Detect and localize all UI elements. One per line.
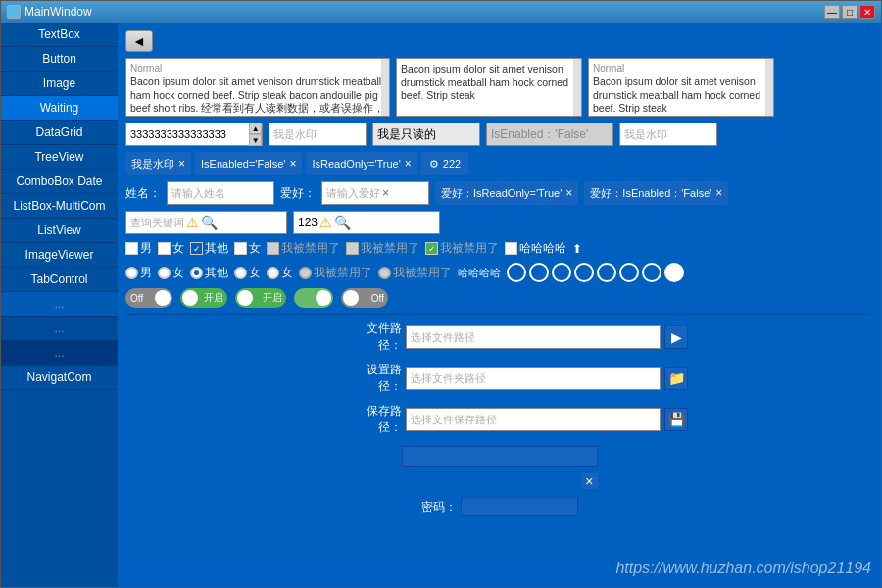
dot-5[interactable]	[597, 263, 616, 282]
toggle1-label: Off	[130, 293, 143, 304]
folder-icon: 📁	[668, 370, 685, 386]
name-placeholder: 请输入姓名	[172, 186, 225, 201]
password-input[interactable]	[461, 497, 578, 516]
toggle-5-off[interactable]: Off	[341, 288, 388, 308]
radio-male-btn[interactable]	[125, 267, 138, 279]
textbox3-scrollbar[interactable]	[765, 59, 773, 116]
radio-male: 男	[125, 265, 152, 281]
close-btn-row: ×	[402, 473, 598, 489]
sidebar-item-button[interactable]: Button	[1, 47, 118, 72]
toggle-1-off[interactable]: Off	[125, 288, 172, 308]
sidebar-item-datagrid[interactable]: DataGrid	[1, 121, 118, 145]
dot-1[interactable]	[507, 263, 526, 282]
maximize-button[interactable]: □	[842, 5, 858, 19]
main-content: TextBox Button Image Waiting DataGrid Tr…	[1, 23, 881, 587]
radio-female-btn[interactable]	[158, 267, 171, 279]
textbox-3[interactable]: Normal Bacon ipsum dolor sit amet veniso…	[588, 58, 774, 117]
save-open-button[interactable]: 💾	[664, 408, 688, 431]
sidebar-item-extra1[interactable]: ...	[1, 292, 118, 317]
search-icon-1[interactable]: 🔍	[201, 215, 218, 230]
sidebar: TextBox Button Image Waiting DataGrid Tr…	[1, 23, 118, 587]
textbox-1[interactable]: Normal Bacon ipsum dolor sit amet veniso…	[125, 58, 390, 117]
toggle1-knob	[155, 290, 171, 306]
warning-icon-1: ⚠	[186, 215, 199, 230]
placeholder2-text: 我是水印	[624, 127, 667, 142]
dot-2[interactable]	[529, 263, 549, 282]
dot-8-active[interactable]	[664, 263, 684, 282]
search-box-1[interactable]: 查询关键词 ⚠ 🔍	[125, 211, 287, 234]
tag2-close[interactable]: ×	[289, 157, 296, 171]
sidebar-item-waiting[interactable]: Waiting	[1, 96, 118, 121]
name-input[interactable]: 请输入姓名	[167, 181, 274, 205]
file-input[interactable]: 选择文件路径	[406, 325, 661, 349]
back-icon: ◄	[132, 33, 146, 49]
sidebar-item-image[interactable]: Image	[1, 72, 118, 96]
cb-other: 其他	[190, 240, 228, 257]
cb-other-box[interactable]	[190, 242, 203, 255]
checkboxes-row: 男 女 其他 女 我被禁	[125, 240, 873, 257]
sidebar-item-extra2[interactable]: ...	[1, 317, 118, 341]
sidebar-item-treeview[interactable]: TreeView	[1, 145, 118, 170]
textbox1-content: Bacon ipsum dolor sit amet venison drums…	[130, 75, 385, 117]
numeric-input[interactable]: ▲ ▼	[125, 122, 263, 146]
dot-4[interactable]	[574, 263, 594, 282]
cb-male-box[interactable]	[125, 242, 138, 255]
sidebar-item-combobox[interactable]: ComboBox Date	[1, 170, 118, 194]
search-icon-2[interactable]: 🔍	[334, 215, 351, 230]
toggle-2-on[interactable]: 开启	[180, 288, 227, 308]
textbox1-label: Normal	[130, 63, 385, 74]
spin-down[interactable]: ▼	[249, 134, 262, 146]
minimize-button[interactable]: —	[824, 5, 840, 19]
save-label: 保存路径：	[351, 403, 402, 436]
sidebar-item-imageviewer[interactable]: ImageViewer	[1, 243, 118, 268]
sidebar-item-navigatcom[interactable]: NavigatCom	[1, 366, 118, 390]
hobby-input[interactable]: 请输入爱好 ×	[321, 181, 429, 205]
sidebar-item-tabcontrol[interactable]: TabControl	[1, 268, 118, 292]
dir-open-button[interactable]: 📁	[664, 367, 688, 390]
radio-other-btn[interactable]	[190, 267, 203, 279]
window-title: MainWindow	[24, 5, 92, 19]
placeholder-input-1[interactable]: 我是水印	[269, 122, 367, 146]
sidebar-item-listview[interactable]: ListView	[1, 219, 118, 243]
radio-female2-btn[interactable]	[234, 267, 247, 279]
cb-disabled3-box	[425, 242, 438, 255]
name-label: 姓名：	[125, 185, 161, 202]
sidebar-item-textbox[interactable]: TextBox	[1, 23, 118, 47]
toggle-4[interactable]	[294, 288, 333, 308]
password-label: 密码：	[421, 499, 457, 515]
hobby-placeholder: 请输入爱好	[326, 186, 380, 201]
sidebar-item-listbox[interactable]: ListBox-MultiCom	[1, 194, 118, 219]
search-box-2[interactable]: 123 ⚠ 🔍	[293, 211, 440, 234]
placeholder-input-2[interactable]: 我是水印	[619, 122, 717, 146]
file-open-button[interactable]: ▶	[664, 325, 688, 349]
cb-female-box[interactable]	[158, 242, 171, 255]
cb-haha-box[interactable]	[505, 242, 517, 255]
disabled-text: IsEnabled：'False'	[491, 126, 588, 143]
dot-6[interactable]	[619, 263, 639, 282]
textbox-2[interactable]: Bacon ipsum dolor sit amet venison drums…	[396, 58, 582, 117]
window-icon	[7, 5, 21, 19]
toggle-3-on[interactable]: 开启	[235, 288, 286, 308]
cb-female2-box[interactable]	[234, 242, 247, 255]
password-close-button[interactable]: ×	[581, 473, 597, 489]
save-input[interactable]: 选择文件保存路径	[406, 408, 661, 431]
back-button[interactable]: ◄	[125, 30, 153, 52]
textbox2-scrollbar[interactable]	[573, 59, 581, 116]
tag1-close[interactable]: ×	[178, 157, 185, 171]
hobby-disabled-close[interactable]: ×	[715, 186, 722, 200]
tag3-close[interactable]: ×	[405, 157, 412, 171]
sidebar-item-extra3[interactable]: ...	[1, 341, 118, 366]
dot-3[interactable]	[552, 263, 571, 282]
hobby-readonly-close[interactable]: ×	[565, 186, 572, 200]
spin-up[interactable]: ▲	[249, 122, 262, 134]
cb-haha: 哈哈哈哈	[505, 240, 566, 257]
close-window-button[interactable]: ✕	[859, 5, 875, 19]
radio-female3: 女	[267, 265, 293, 281]
textbox1-scrollbar[interactable]	[381, 59, 389, 116]
cb-disabled1-box	[267, 242, 279, 255]
numeric-field[interactable]	[126, 128, 249, 140]
dot-7[interactable]	[642, 263, 662, 282]
hobby-clear[interactable]: ×	[382, 186, 389, 200]
dir-input[interactable]: 选择文件夹路径	[406, 367, 661, 390]
radio-female3-btn[interactable]	[267, 267, 279, 279]
